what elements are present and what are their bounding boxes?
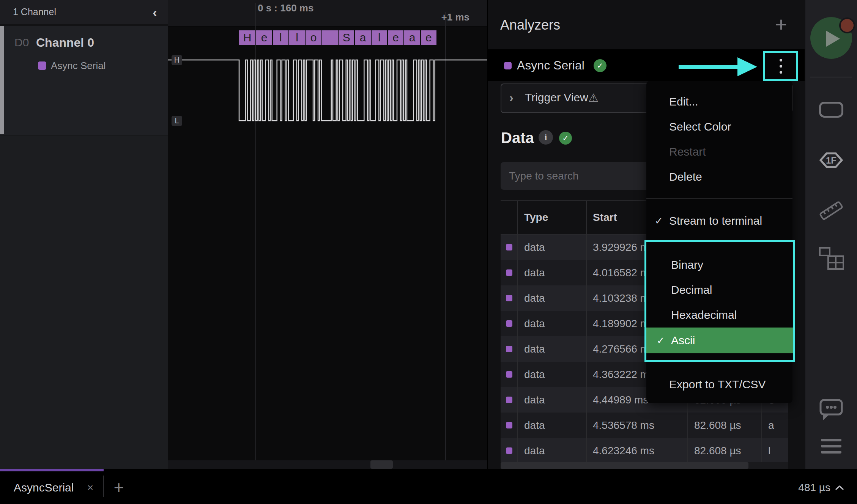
row-duration-cell: 82.608 µs [687,438,761,463]
menu-bar [821,439,841,441]
warning-icon: ⚠ [588,83,599,112]
table-row[interactable]: data 4.536578 ms 82.608 µs a [501,413,788,438]
waveform-hscrollbar-thumb[interactable] [370,460,393,469]
table-row[interactable]: data 4.623246 ms 82.608 µs l [501,438,788,463]
toolbar-separator [810,77,852,77]
row-type-cell: data [517,438,586,463]
analyzer-context-menu: Edit... Select Color Restart Delete ✓ St… [646,81,792,403]
row-duration-cell: 82.608 µs [687,413,761,438]
waveform-view[interactable]: 0 s : 160 ms +1 ms Hello Saleae H L [168,0,487,469]
chevron-right-icon: › [509,83,514,112]
row-color-swatch [506,371,512,378]
extensions-icon[interactable] [819,247,844,270]
menu-item-decimal[interactable]: Decimal [646,277,793,302]
analyzer-color-swatch [38,61,46,70]
decoded-char-bubble: l [371,30,387,45]
menu-item-label: Ascii [671,334,695,347]
row-color-swatch [506,397,512,403]
row-type-cell: data [517,413,586,438]
menu-bar [821,451,841,454]
menu-bar [821,445,841,447]
analyzers-title: Analyzers [500,0,560,50]
tab-asyncserial[interactable]: AsyncSerial [14,471,74,504]
radix-options-highlight-box: Binary Decimal Hexadecimal ✓ Ascii [644,240,795,362]
kebab-icon [780,65,782,68]
table-hscrollbar[interactable] [501,462,788,469]
row-value-cell: a [761,413,788,438]
menu-item-binary[interactable]: Binary [646,252,793,277]
row-swatch-cell [501,362,517,387]
decoded-char-bubble: H [239,30,255,45]
swatch-column-header [501,201,517,234]
row-color-swatch [506,346,512,352]
channel-id-label: D0 [14,33,29,52]
menu-item-select-color[interactable]: Select Color [646,114,792,139]
row-type-cell: data [517,387,586,413]
menu-item-export[interactable]: Export to TXT/CSV [646,372,792,397]
row-swatch-cell [501,387,517,413]
checkmark-icon: ✓ [655,215,663,227]
device-settings-icon[interactable] [819,102,843,118]
tab-divider [103,476,104,497]
high-level-tag: H [172,55,182,65]
decoded-char-bubble: S [338,30,354,45]
row-color-swatch [506,422,512,428]
row-swatch-cell [501,413,517,438]
sidebar-analyzer-item[interactable]: Async Serial [38,60,106,71]
digital-waveform [168,0,487,469]
menu-separator [646,198,792,199]
decoded-char-bubble: a [354,30,370,45]
row-swatch-cell [501,260,517,285]
svg-text:1F: 1F [826,155,837,165]
sidebar-analyzer-label: Async Serial [51,60,106,72]
decoded-char-bubble: a [403,30,420,45]
close-tab-icon[interactable]: × [83,471,98,504]
row-color-swatch [506,320,512,327]
kebab-icon [780,71,782,74]
chat-icon[interactable] [819,398,843,421]
decoded-char-bubble: e [387,30,403,45]
row-value-cell: l [761,438,788,463]
menu-item-edit[interactable]: Edit... [646,89,792,114]
row-swatch-cell [501,311,517,336]
menu-item-ascii[interactable]: ✓ Ascii [646,328,793,353]
menu-item-restart: Restart [646,139,792,164]
play-icon [826,31,840,47]
new-tab-button[interactable]: + [109,471,128,503]
row-color-swatch [506,269,512,276]
decoded-char-bubble: l [272,30,288,45]
column-header-type[interactable]: Type [517,201,586,234]
chevron-up-icon [835,485,844,490]
main-menu-icon[interactable] [821,439,841,454]
menu-item-hexadecimal[interactable]: Hexadecimal [646,302,793,328]
row-type-cell: data [517,260,586,285]
row-color-swatch [506,295,512,301]
channel-name-label[interactable]: Channel 0 [36,33,94,52]
menu-item-stream-to-terminal[interactable]: ✓ Stream to terminal [646,208,792,233]
annotation-arrow [679,65,738,69]
decoded-char-bubble: e [255,30,272,45]
timing-zoom-control[interactable]: 481 µs [798,471,844,504]
row-type-cell: data [517,235,586,260]
sidebar-scrollbar[interactable] [0,26,4,134]
zoom-level-label: 481 µs [798,482,830,494]
analyzer-color-swatch [504,62,512,69]
waveform-hscrollbar[interactable] [168,460,487,469]
row-swatch-cell [501,336,517,362]
trigger-1f-icon[interactable]: 1F [818,150,845,170]
add-analyzer-button[interactable]: + [770,13,792,36]
active-tab-indicator [0,469,104,471]
row-start-cell: 4.536578 ms [586,413,687,438]
menu-item-delete[interactable]: Delete [646,164,792,189]
analyzer-name-label: Async Serial [517,49,584,81]
menu-item-label: Stream to terminal [669,214,762,227]
analyzer-more-options-button[interactable] [763,51,798,81]
table-hscrollbar-thumb[interactable] [501,462,748,469]
measurements-ruler-icon[interactable] [817,198,845,223]
collapse-sidebar-icon[interactable]: ‹ [147,5,162,20]
decoded-char-bubble: l [288,30,305,45]
tab-bar [0,469,857,504]
info-icon[interactable]: i [539,130,553,145]
row-color-swatch [506,244,512,250]
checkmark-icon: ✓ [657,335,665,346]
